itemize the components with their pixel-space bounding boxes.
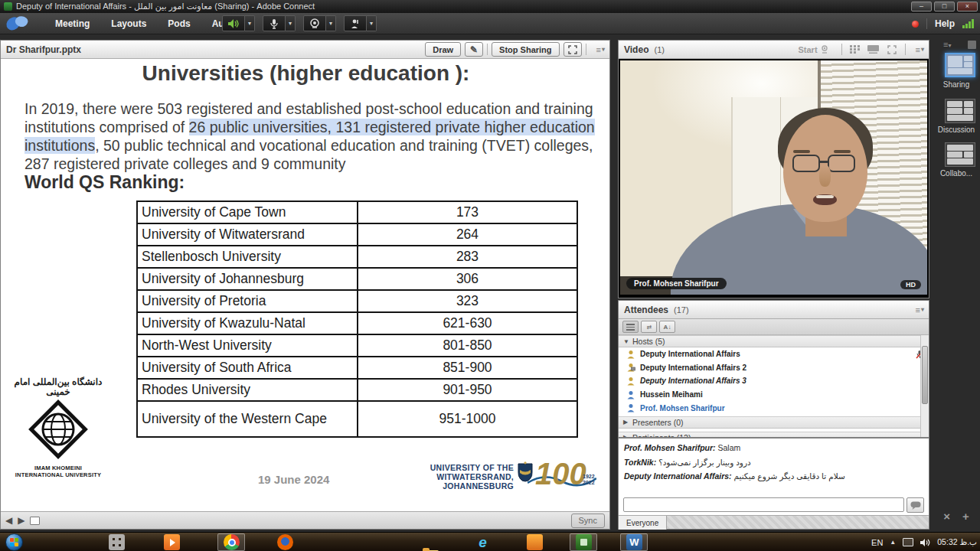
fullscreen-button[interactable]	[564, 42, 582, 57]
layout-thumb-sharing[interactable]	[945, 53, 975, 77]
attendees-list: ▼ Hosts (5) Deputy International Affairs…	[619, 335, 929, 437]
webcam-video: Prof. Mohsen Sharifpur HD	[620, 60, 927, 295]
breakout-rooms-button[interactable]: ⇄	[641, 321, 657, 333]
attendee-row-self[interactable]: Prof. Mohsen Sharifpur	[619, 401, 929, 415]
person-head	[783, 115, 867, 222]
minimize-button[interactable]: –	[911, 2, 932, 11]
qs-ranking-heading: World QS Ranking:	[24, 172, 185, 193]
expand-icon[interactable]: ▶	[623, 434, 632, 437]
video-pod-title: Video	[624, 44, 648, 55]
grid-view-icon[interactable]	[846, 42, 864, 57]
host-avatar-icon	[626, 377, 635, 386]
attendee-row[interactable]: Hussein Meihami	[619, 388, 929, 402]
share-pod-header: Dr Sharifpur.pptx Draw ✎ Stop Sharing ≡▾	[1, 41, 609, 59]
share-pod-menu-icon[interactable]: ≡▾	[596, 45, 604, 54]
taskbar-connect-icon[interactable]	[576, 534, 592, 550]
window-title: Deputy of International Affairs - معاونت…	[16, 2, 315, 11]
help-menu[interactable]: Help	[935, 18, 955, 29]
previous-slide-button[interactable]: ◀	[5, 515, 12, 526]
chat-input[interactable]	[623, 497, 904, 512]
volume-icon[interactable]	[920, 538, 930, 547]
windows-taskbar: e W EN ▲ 05:32 ب.ظ	[0, 532, 980, 551]
taskbar-app-grid-icon[interactable]	[109, 534, 125, 550]
taskbar-firefox-icon[interactable]	[277, 534, 293, 550]
video-pod-menu-icon[interactable]: ≡▾	[916, 45, 923, 54]
layout-label[interactable]: Discussion	[933, 126, 980, 134]
sidebar-collapse-icon[interactable]	[968, 41, 976, 49]
group-row-presenters[interactable]: ▶ Presenters (0)	[619, 416, 929, 429]
chat-message: Deputy International Affairs: سلام تا دق…	[624, 471, 923, 481]
menu-meeting[interactable]: Meeting	[44, 18, 100, 29]
taskbar-internet-explorer-icon[interactable]: e	[475, 534, 491, 550]
layout-label[interactable]: Collabo...	[933, 169, 980, 178]
start-webcam-button[interactable]: Start	[792, 42, 838, 57]
menu-layouts[interactable]: Layouts	[100, 18, 157, 29]
connection-signal-icon[interactable]	[962, 19, 974, 28]
collapse-icon[interactable]: ▼	[623, 338, 632, 345]
close-layout-button[interactable]: ×	[943, 510, 950, 523]
microphone-icon[interactable]	[263, 15, 286, 31]
webcam-icon[interactable]	[303, 15, 326, 31]
webcam-control[interactable]: ▾	[303, 15, 336, 31]
layout-label[interactable]: Sharing	[933, 80, 980, 89]
hd-badge: HD	[900, 280, 921, 289]
taskbar-media-player-icon[interactable]	[164, 534, 180, 550]
maximize-button[interactable]: □	[934, 2, 955, 11]
layout-thumb-collaboration[interactable]	[945, 142, 975, 167]
chat-message: Prof. Mohsen Sharifpur: Salam	[624, 443, 923, 452]
sidebar-toggle-icon[interactable]	[30, 517, 40, 525]
microphone-control[interactable]: ▾	[263, 15, 296, 31]
stop-sharing-button[interactable]: Stop Sharing	[492, 42, 559, 57]
windows-logo-icon	[10, 538, 18, 546]
scrollbar-thumb[interactable]	[922, 346, 928, 404]
status-dropdown[interactable]: ▾	[367, 15, 377, 31]
pointer-tool-button[interactable]: ✎	[465, 42, 483, 57]
attendee-row[interactable]: Deputy International Affairs	[619, 347, 929, 361]
speaker-control[interactable]: ▾	[222, 15, 255, 31]
attendees-count: (17)	[674, 305, 689, 315]
add-layout-button[interactable]: +	[962, 510, 969, 523]
attendee-list-view-button[interactable]	[622, 321, 639, 333]
send-message-button[interactable]	[906, 497, 924, 513]
raise-hand-icon[interactable]	[344, 15, 367, 31]
draw-button[interactable]: Draw	[425, 42, 461, 57]
webcam-dropdown[interactable]: ▾	[326, 15, 336, 31]
filmstrip-view-icon[interactable]	[864, 42, 883, 57]
clock[interactable]: 05:32 ب.ظ	[937, 533, 977, 551]
taskbar-office-icon[interactable]	[527, 534, 543, 550]
close-button[interactable]: ×	[957, 2, 978, 11]
attendees-pod-header: Attendees (17) ≡▾	[619, 301, 929, 319]
status-control[interactable]: ▾	[344, 15, 377, 31]
speaker-dropdown[interactable]: ▾	[245, 15, 255, 31]
menu-pods[interactable]: Pods	[157, 18, 201, 29]
video-fullscreen-icon[interactable]	[883, 42, 901, 57]
title-bar: Deputy of International Affairs - معاونت…	[0, 0, 980, 13]
sync-button[interactable]: Sync	[571, 514, 605, 528]
group-row-hosts[interactable]: ▼ Hosts (5)	[619, 335, 929, 347]
layout-thumb-discussion[interactable]	[945, 99, 975, 123]
next-slide-button[interactable]: ▶	[18, 515, 24, 526]
wits-logo: UNIVERSITY OF THE WITWATERSRAND, JOHANNE…	[413, 457, 596, 504]
table-row: University of South Africa851-900	[137, 357, 577, 379]
expand-icon[interactable]: ▶	[623, 419, 632, 425]
ikiu-calligraphy: دانشگاه بین‌المللی امام خمینی	[5, 377, 111, 397]
table-row: North-West University801-850	[137, 334, 577, 357]
video-pod-header: Video (1) Start ≡▾	[619, 41, 929, 59]
attendee-row[interactable]: Deputy International Affairs 2	[619, 361, 929, 375]
sort-attendees-button[interactable]: A↓	[659, 321, 675, 333]
taskbar-word-icon[interactable]: W	[626, 534, 642, 550]
start-button[interactable]	[5, 533, 23, 551]
sidebar-menu-icon[interactable]: ≡▾	[943, 40, 951, 49]
tray-expand-icon[interactable]: ▲	[890, 539, 896, 546]
taskbar-chrome-icon[interactable]	[224, 534, 240, 550]
group-row-participants[interactable]: ▶ Participants (12)	[619, 432, 929, 437]
speaker-icon[interactable]	[222, 15, 245, 31]
network-icon[interactable]	[903, 538, 913, 546]
microphone-dropdown[interactable]: ▾	[286, 15, 296, 31]
attendees-scrollbar[interactable]	[920, 335, 929, 437]
attendees-pod-menu-icon[interactable]: ≡▾	[916, 305, 923, 315]
attendee-row[interactable]: Deputy International Affairs 3	[619, 374, 929, 388]
tab-everyone[interactable]: Everyone	[619, 516, 667, 530]
language-indicator[interactable]: EN	[871, 538, 883, 547]
video-pod: Video (1) Start ≡▾	[618, 40, 929, 298]
